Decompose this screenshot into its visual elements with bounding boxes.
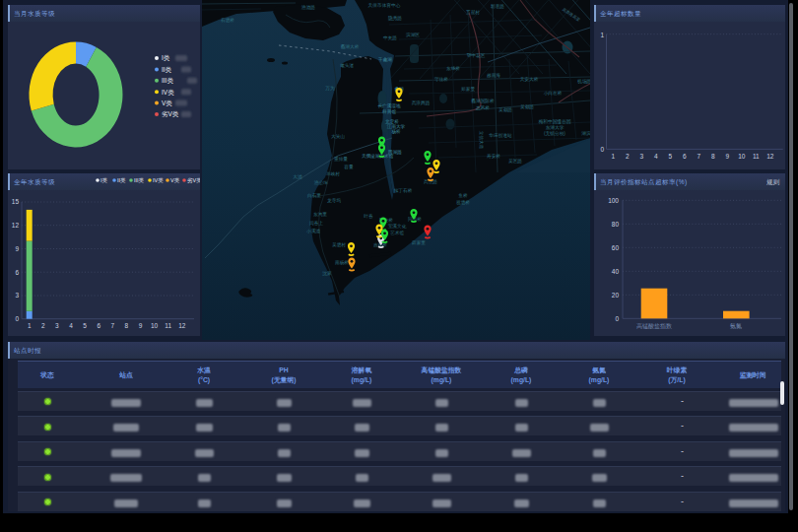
svg-text:11: 11	[165, 322, 171, 329]
svg-text:(无锡分校): (无锡分校)	[544, 130, 565, 137]
svg-text:80: 80	[612, 221, 620, 228]
svg-text:高正路: 高正路	[424, 178, 437, 185]
svg-text:白石里: 白石里	[307, 192, 321, 199]
svg-text:东绛桥: 东绛桥	[446, 66, 460, 71]
svg-text:寿安桥: 寿安桥	[487, 154, 500, 159]
svg-text:11: 11	[753, 153, 760, 160]
svg-text:大箕山: 大箕山	[331, 134, 345, 139]
svg-text:鱼桥: 鱼桥	[458, 193, 468, 198]
svg-text:4: 4	[654, 153, 658, 160]
svg-text:II类: II类	[162, 66, 172, 73]
svg-text:100: 100	[608, 197, 619, 204]
svg-text:薛家里: 薛家里	[412, 240, 426, 245]
svg-text:滨湖区: 滨湖区	[406, 33, 420, 37]
svg-text:长广溪湿地: 长广溪湿地	[378, 102, 401, 108]
svg-text:2: 2	[626, 153, 630, 160]
svg-text:7: 7	[697, 153, 700, 160]
svg-text:1: 1	[28, 322, 32, 329]
svg-text:9: 9	[725, 153, 729, 160]
svg-text:劣V类: 劣V类	[187, 177, 200, 184]
svg-text:宝溪文化: 宝溪文化	[388, 223, 407, 230]
svg-text:3: 3	[639, 153, 643, 160]
svg-text:3: 3	[15, 292, 19, 299]
svg-text:I类: I类	[100, 177, 108, 183]
svg-text:望中花区: 望中花区	[467, 52, 486, 59]
svg-text:天安大桥: 天安大桥	[520, 76, 539, 82]
svg-text:V类: V类	[162, 100, 172, 106]
svg-text:12: 12	[178, 322, 186, 329]
svg-text:IV类: IV类	[162, 89, 174, 96]
svg-text:劣V类: 劣V类	[162, 110, 179, 118]
svg-text:大浦: 大浦	[293, 174, 302, 179]
svg-text:II类: II类	[117, 177, 126, 183]
svg-text:6: 6	[683, 153, 687, 160]
svg-text:龙寺坞: 龙寺坞	[327, 197, 341, 203]
svg-text:3: 3	[55, 322, 59, 329]
svg-text:渔公埠: 渔公埠	[313, 180, 328, 185]
svg-text:0: 0	[600, 146, 604, 153]
svg-text:1: 1	[611, 153, 615, 160]
svg-text:III类: III类	[162, 77, 173, 84]
svg-text:万为: 万为	[325, 86, 335, 91]
svg-text:12: 12	[12, 222, 20, 229]
svg-text:V类: V类	[170, 177, 180, 183]
svg-text:4: 4	[69, 322, 73, 329]
svg-text:东湖大学: 东湖大学	[546, 125, 565, 130]
svg-text:8: 8	[711, 153, 715, 160]
svg-text:12: 12	[766, 153, 774, 160]
svg-text:犊丁石桥: 犊丁石桥	[394, 187, 413, 193]
svg-text:8: 8	[125, 322, 129, 329]
svg-text:6: 6	[15, 269, 19, 276]
svg-text:高锰酸盐指数: 高锰酸盐指数	[636, 322, 672, 330]
svg-text:千鑫湖: 千鑫湖	[378, 57, 392, 62]
svg-text:0: 0	[15, 315, 19, 322]
svg-text:小溪浦: 小溪浦	[306, 228, 320, 233]
svg-text:IV类: IV类	[153, 177, 164, 183]
svg-text:天保市体育中心: 天保市体育中心	[368, 2, 401, 8]
svg-text:0: 0	[615, 315, 619, 322]
svg-text:9: 9	[15, 245, 19, 252]
svg-text:守佳桥: 守佳桥	[434, 77, 448, 82]
svg-text:5: 5	[668, 153, 672, 160]
svg-text:5: 5	[83, 322, 87, 329]
svg-text:15: 15	[12, 198, 20, 205]
svg-text:蠡湖国际桥: 蠡湖国际桥	[471, 98, 495, 104]
svg-text:重排量: 重排量	[334, 156, 348, 162]
svg-text:梅和中国慢谷园: 梅和中国慢谷园	[539, 118, 571, 125]
svg-text:石塘桥: 石塘桥	[221, 17, 234, 24]
svg-text:惠风桥: 惠风桥	[475, 105, 490, 110]
svg-text:湖滨: 湖滨	[581, 131, 590, 136]
svg-text:氨氮: 氨氮	[730, 322, 742, 329]
svg-text:蠡湖大桥: 蠡湖大桥	[341, 43, 360, 49]
svg-text:7: 7	[110, 322, 114, 329]
svg-text:9: 9	[139, 322, 143, 329]
svg-text:10: 10	[738, 153, 746, 160]
svg-text:60: 60	[612, 244, 620, 251]
svg-text:10: 10	[151, 322, 159, 329]
svg-text:郑家景: 郑家景	[461, 87, 475, 92]
svg-text:20: 20	[612, 292, 620, 299]
svg-text:隐秀路: 隐秀路	[388, 15, 402, 22]
svg-text:2: 2	[41, 322, 45, 329]
svg-text:6: 6	[97, 322, 100, 329]
svg-text:1: 1	[600, 32, 604, 38]
svg-text:40: 40	[612, 268, 620, 275]
svg-text:I类: I类	[162, 54, 170, 61]
svg-text:III类: III类	[134, 177, 145, 183]
svg-text:东鸿里: 东鸿里	[313, 212, 327, 217]
